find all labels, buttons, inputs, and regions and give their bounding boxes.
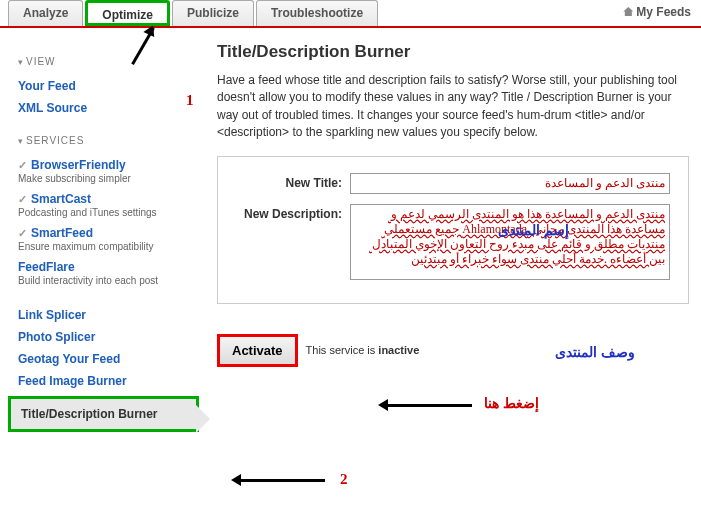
nav-linksplicer[interactable]: Link Splicer — [18, 304, 199, 326]
section-view: ▾VIEW — [18, 56, 199, 67]
nav-your-feed[interactable]: Your Feed — [18, 75, 199, 97]
label-new-title: New Title: — [228, 173, 350, 194]
tab-troubleshootize[interactable]: Troubleshootize — [256, 0, 378, 26]
nav-geotag[interactable]: Geotag Your Feed — [18, 348, 199, 370]
check-icon: ✓ — [18, 193, 27, 205]
nav-feedimage[interactable]: Feed Image Burner — [18, 370, 199, 392]
my-feeds-link[interactable]: My Feeds — [613, 0, 701, 26]
tab-analyze[interactable]: Analyze — [8, 0, 83, 26]
nav-titledesc-selected[interactable]: Title/Description Burner — [8, 396, 199, 432]
annotation-press-here: إضغط هنا — [484, 395, 539, 412]
section-services: ▾SERVICES — [18, 135, 199, 146]
nav-smartfeed[interactable]: ✓SmartFeedEnsure maximum compatibility — [18, 222, 199, 256]
annotation-number-1: 1 — [186, 92, 194, 109]
activate-button[interactable]: Activate — [217, 334, 298, 367]
tab-publicize[interactable]: Publicize — [172, 0, 254, 26]
form-box: New Title: New Description: منتدى الدعم … — [217, 156, 689, 304]
service-status: This service is inactive — [306, 344, 420, 356]
page-description: Have a feed whose title and description … — [217, 72, 689, 142]
page-title: Title/Description Burner — [217, 42, 689, 62]
annotation-arrow-activate — [382, 404, 472, 407]
nav-browserfriendly[interactable]: ✓BrowserFriendlyMake subscribing simpler — [18, 154, 199, 188]
nav-photosplicer[interactable]: Photo Splicer — [18, 326, 199, 348]
textarea-new-description[interactable]: منتدى الدعم و المساعدة هذا هو المنتدى ال… — [350, 204, 670, 280]
annotation-title-ar: إسم المنتدى — [498, 222, 569, 239]
house-icon — [623, 7, 633, 16]
check-icon: ✓ — [18, 227, 27, 239]
nav-smartcast[interactable]: ✓SmartCastPodcasting and iTunes settings — [18, 188, 199, 222]
nav-xml-source[interactable]: XML Source — [18, 97, 199, 119]
input-new-title[interactable] — [350, 173, 670, 194]
label-new-description: New Description: — [228, 204, 350, 283]
annotation-desc-ar: وصف المنتدى — [555, 344, 635, 361]
nav-feedflare[interactable]: FeedFlareBuild interactivity into each p… — [18, 256, 199, 290]
check-icon: ✓ — [18, 159, 27, 171]
